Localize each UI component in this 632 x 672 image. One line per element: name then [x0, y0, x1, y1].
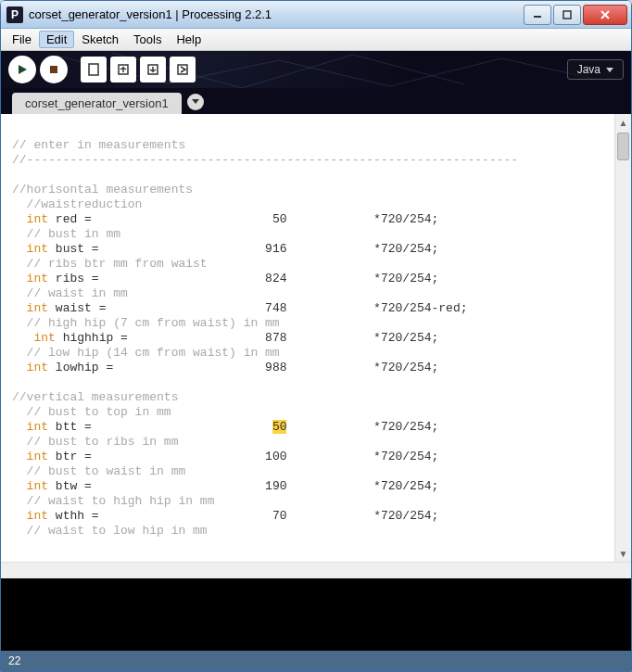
svg-rect-14: [89, 64, 98, 75]
menu-edit[interactable]: Edit: [39, 31, 74, 48]
svg-line-10: [242, 55, 353, 88]
menu-file[interactable]: File: [5, 31, 39, 48]
menu-help[interactable]: Help: [169, 31, 209, 48]
maximize-button[interactable]: [553, 5, 581, 25]
export-button[interactable]: [170, 57, 196, 82]
close-button[interactable]: [583, 5, 627, 25]
minimize-button[interactable]: [524, 5, 551, 25]
menu-sketch[interactable]: Sketch: [74, 31, 126, 48]
editor-area: // enter in measurements //-------------…: [1, 114, 631, 562]
chevron-down-icon: [606, 63, 613, 76]
menubar: FileEditSketchToolsHelp: [1, 29, 631, 51]
vertical-scrollbar[interactable]: ▲ ▼: [614, 114, 631, 562]
stop-button[interactable]: [40, 56, 68, 83]
app-icon: P: [6, 6, 23, 23]
svg-line-7: [390, 58, 501, 86]
svg-line-11: [353, 55, 464, 84]
status-line-number: 22: [8, 654, 20, 667]
svg-marker-19: [192, 99, 199, 104]
console-panel[interactable]: [1, 578, 631, 651]
window-controls: [522, 5, 627, 25]
code-editor[interactable]: // enter in measurements //-------------…: [1, 114, 614, 562]
svg-marker-12: [19, 65, 27, 74]
tab-menu-button[interactable]: [187, 94, 204, 110]
tabbar: corset_generator_version1: [1, 88, 631, 114]
run-button[interactable]: [8, 56, 36, 83]
open-button[interactable]: [110, 57, 136, 82]
menu-tools[interactable]: Tools: [126, 31, 169, 48]
window-title: corset_generator_version1 | Processing 2…: [29, 7, 522, 21]
mode-selector[interactable]: Java: [567, 59, 624, 80]
save-button[interactable]: [140, 57, 166, 82]
svg-rect-13: [50, 66, 57, 73]
tab-sketch[interactable]: corset_generator_version1: [12, 93, 182, 114]
new-button[interactable]: [81, 57, 107, 82]
toolbar: Java: [1, 51, 631, 88]
svg-line-6: [279, 60, 390, 86]
svg-rect-1: [563, 11, 571, 19]
scroll-down-arrow-icon[interactable]: ▼: [615, 545, 631, 562]
horizontal-scrollbar[interactable]: [1, 562, 631, 578]
scroll-up-arrow-icon[interactable]: ▲: [615, 114, 631, 131]
status-bar: 22: [1, 651, 631, 671]
titlebar[interactable]: P corset_generator_version1 | Processing…: [1, 1, 631, 29]
app-window: P corset_generator_version1 | Processing…: [0, 0, 632, 672]
scrollbar-thumb[interactable]: [617, 133, 629, 160]
mode-label: Java: [577, 63, 600, 76]
svg-marker-18: [606, 68, 613, 72]
